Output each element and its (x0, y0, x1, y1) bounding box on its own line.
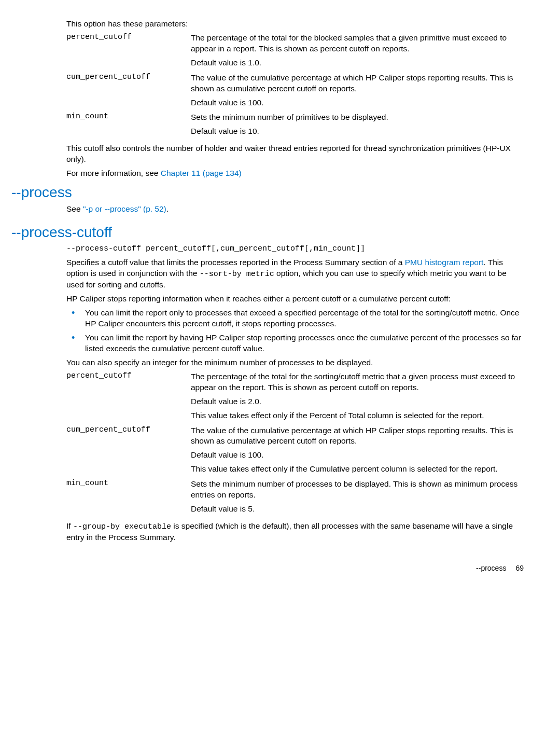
chapter-link[interactable]: Chapter 11 (page 134) (161, 169, 242, 177)
param-row: cum_percent_cutoff The value of the cumu… (66, 73, 524, 112)
bullet-list: You can limit the report only to process… (66, 308, 524, 354)
param-default: Default value is 2.0. (191, 396, 524, 407)
sort-by-code: --sort-by metric (200, 270, 274, 279)
param-term-min-count: min_count (66, 112, 191, 140)
param-term-min-count: min_count (66, 479, 191, 518)
param-desc: The value of the cumulative percentage a… (191, 425, 524, 447)
param-default: Default value is 1.0. (191, 58, 524, 68)
param-default: Default value is 100. (191, 450, 524, 461)
trailing-note: If --group-by executable is specified (w… (66, 521, 524, 543)
page-footer: --process69 (36, 564, 524, 572)
more-info: For more information, see Chapter 11 (pa… (66, 168, 524, 179)
param-desc: The percentage of the total for the sort… (191, 371, 524, 393)
param-note: This value takes effect only if the Perc… (191, 410, 524, 421)
trail-pre: If (66, 521, 73, 530)
param-desc: The value of the cumulative percentage a… (191, 73, 524, 94)
see-post: . (166, 204, 169, 213)
param-term-cum-percent-cutoff: cum_percent_cutoff (66, 425, 191, 478)
more-info-pre: For more information, see (66, 169, 161, 177)
cutoff-note: This cutoff also controls the number of … (66, 143, 524, 165)
bullet-item: You can limit the report by having HP Ca… (66, 333, 524, 354)
param-row: percent_cutoff The percentage of the tot… (66, 33, 524, 72)
param-row: percent_cutoff The percentage of the tot… (66, 371, 524, 424)
param-desc: Sets the minimum number of primitives to… (191, 112, 524, 123)
param-default: Default value is 10. (191, 126, 524, 137)
see-pre: See (66, 204, 83, 213)
param-row: cum_percent_cutoff The value of the cumu… (66, 425, 524, 478)
footer-section: --process (476, 564, 506, 572)
params-intro: This option has these parameters: (66, 19, 524, 30)
syntax-line: --process-cutoff percent_cutoff[,cum_per… (66, 244, 524, 254)
pc-paragraph-1: Specifies a cutoff value that limits the… (66, 257, 524, 291)
pc-paragraph-3: You can also specify an integer for the … (66, 357, 524, 368)
footer-page: 69 (515, 564, 524, 572)
heading-process: --process (11, 184, 524, 201)
bullet-item: You can limit the report only to process… (66, 308, 524, 329)
param-row: min_count Sets the minimum number of pro… (66, 479, 524, 518)
pc-paragraph-2: HP Caliper stops reporting information w… (66, 294, 524, 305)
heading-process-cutoff: --process-cutoff (11, 224, 524, 241)
pc-p1-pre: Specifies a cutoff value that limits the… (66, 258, 405, 267)
param-row: min_count Sets the minimum number of pri… (66, 112, 524, 140)
param-default: Default value is 100. (191, 98, 524, 108)
param-desc: Sets the minimum number of processes to … (191, 479, 524, 501)
param-note: This value takes effect only if the Cumu… (191, 464, 524, 475)
see-link[interactable]: "-p or --process" (p. 52) (83, 204, 166, 213)
see-reference: See "-p or --process" (p. 52). (66, 204, 524, 215)
param-term-percent-cutoff: percent_cutoff (66, 371, 191, 424)
pmu-link[interactable]: PMU histogram report (405, 258, 484, 267)
group-by-code: --group-by executable (73, 522, 171, 531)
param-default: Default value is 5. (191, 504, 524, 515)
param-term-percent-cutoff: percent_cutoff (66, 33, 191, 72)
param-desc: The percentage of the total for the bloc… (191, 33, 524, 54)
param-term-cum-percent-cutoff: cum_percent_cutoff (66, 73, 191, 112)
